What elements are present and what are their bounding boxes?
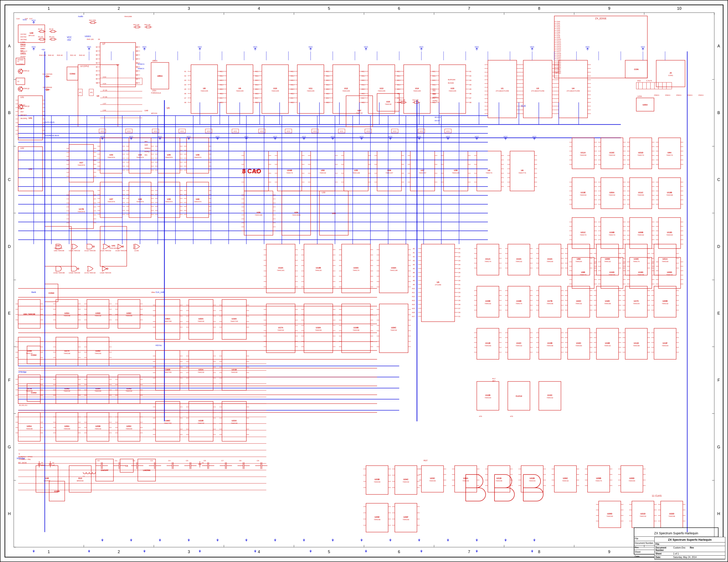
- title-docnum-row: Document Number Custom-Doc Rev: [655, 546, 725, 552]
- rev-label: Rev: [690, 546, 708, 551]
- docnum-label: Document Number: [655, 546, 673, 551]
- date-label: Date:: [655, 556, 673, 558]
- title-text: ZX Spectrum Superfo Harlequin: [668, 538, 712, 541]
- title-file-row: File: [655, 542, 725, 546]
- schematic-canvas: [0, 0, 728, 562]
- date-value: Saturday, May 24, 2014: [673, 556, 724, 558]
- docnum-value: Custom-Doc: [673, 546, 690, 551]
- sheet-label: Sheet: [655, 552, 673, 555]
- title-main: ZX Spectrum Superfo Harlequin: [655, 537, 725, 542]
- sheet-value: 1 of 1: [673, 552, 724, 555]
- title-block: ZX Spectrum Superfo Harlequin File Docum…: [654, 537, 725, 559]
- rev-value: [708, 546, 724, 551]
- file-value: [673, 543, 724, 545]
- title-date-row: Date: Saturday, May 24, 2014: [655, 556, 725, 559]
- title-sheet-row: Sheet 1 of 1: [655, 552, 725, 556]
- schematic-container: ZX Spectrum Superfo Harlequin File Docum…: [0, 0, 728, 562]
- file-label: File: [655, 543, 673, 545]
